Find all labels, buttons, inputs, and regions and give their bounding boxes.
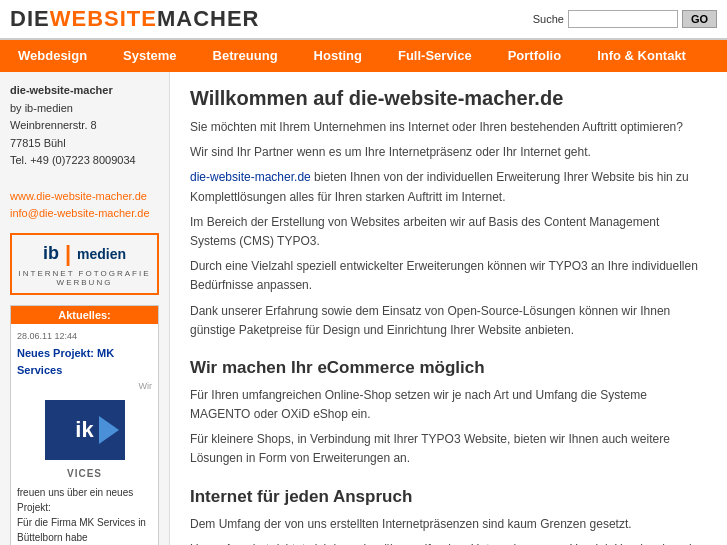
- ecommerce-heading: Wir machen Ihr eCommerce möglich: [190, 358, 707, 378]
- company-website-link[interactable]: www.die-website-macher.de: [10, 190, 147, 202]
- ecommerce-p1: Für Ihren umfangreichen Online-Shop setz…: [190, 386, 707, 424]
- aktuelles-date: 28.06.11 12:44: [17, 330, 152, 344]
- logo-macher: MACHER: [157, 6, 260, 31]
- internet-p2: Unser Angebot richtet sich branchenüberg…: [190, 540, 707, 545]
- logo-die: DIE: [10, 6, 50, 31]
- ik-arrow: [99, 416, 119, 444]
- nav-webdesign[interactable]: Webdesign: [0, 40, 105, 72]
- company-email-link[interactable]: info@die-website-macher.de: [10, 207, 150, 219]
- nav-betreuung[interactable]: Betreuung: [195, 40, 296, 72]
- aktuelles-box: Aktuelles: 28.06.11 12:44 Neues Projekt:…: [10, 305, 159, 545]
- ik-logo: ik: [45, 400, 125, 460]
- company-by: by ib-medien: [10, 102, 73, 114]
- aktuelles-title: Neues Projekt: MK Services: [17, 345, 152, 378]
- nav-hosting[interactable]: Hosting: [296, 40, 380, 72]
- nav-portfolio[interactable]: Portfolio: [490, 40, 579, 72]
- nav-info-kontakt[interactable]: Info & Kontakt: [579, 40, 704, 72]
- main-nav: Webdesign Systeme Betreuung Hosting Full…: [0, 40, 727, 72]
- ib-pipe: |: [65, 241, 71, 267]
- content-wrapper: die-website-macher by ib-medien Weinbren…: [0, 72, 727, 545]
- aktuelles-text2: Für die Firma MK Services in: [17, 517, 146, 528]
- ik-bg: ik: [45, 400, 125, 460]
- intro-p4: Im Bereich der Erstellung von Websites a…: [190, 213, 707, 251]
- ib-text: ib: [43, 243, 59, 264]
- dwm-link[interactable]: die-website-macher.de: [190, 170, 311, 184]
- ib-tagline: INTERNET FOTOGRAFIE WERBUNG: [18, 269, 151, 287]
- sidebar-company-info: die-website-macher by ib-medien Weinbren…: [10, 82, 159, 223]
- nav-fullservice[interactable]: Full-Service: [380, 40, 490, 72]
- ik-vices: VICES: [17, 466, 152, 481]
- search-label: Suche: [533, 13, 564, 25]
- ib-medien-text: medien: [77, 246, 126, 262]
- ik-text: ik: [75, 413, 93, 446]
- logo-website: WEBSITE: [50, 6, 157, 31]
- aktuelles-header: Aktuelles:: [11, 306, 158, 324]
- site-logo: DIEWEBSITEMACHER: [10, 6, 259, 32]
- intro-p5: Durch eine Vielzahl speziell entwickelte…: [190, 257, 707, 295]
- intro-p2: Wir sind Ihr Partner wenn es um Ihre Int…: [190, 143, 707, 162]
- search-area: Suche GO: [533, 10, 717, 28]
- internet-p1: Dem Umfang der von uns erstellten Intern…: [190, 515, 707, 534]
- company-phone: Tel. +49 (0)7223 8009034: [10, 154, 136, 166]
- ib-medien-logo-box: ib | medien INTERNET FOTOGRAFIE WERBUNG: [10, 233, 159, 295]
- intro-p1: Sie möchten mit Ihrem Unternehmen ins In…: [190, 118, 707, 137]
- header: DIEWEBSITEMACHER Suche GO: [0, 0, 727, 40]
- main-content: Willkommen auf die-website-macher.de Sie…: [170, 72, 727, 545]
- intro-p6: Dank unserer Erfahrung sowie dem Einsatz…: [190, 302, 707, 340]
- search-input[interactable]: [568, 10, 678, 28]
- intro-p3: die-website-macher.de bieten Ihnen von d…: [190, 168, 707, 206]
- company-name: die-website-macher: [10, 84, 113, 96]
- main-heading: Willkommen auf die-website-macher.de: [190, 87, 707, 110]
- aktuelles-text3: Büttelborn habe: [17, 532, 88, 543]
- nav-systeme[interactable]: Systeme: [105, 40, 194, 72]
- company-street: Weinbrennerstr. 8: [10, 119, 97, 131]
- internet-heading: Internet für jeden Anspruch: [190, 487, 707, 507]
- company-city: 77815 Bühl: [10, 137, 66, 149]
- aktuelles-wir: Wir: [17, 380, 152, 394]
- aktuelles-content: 28.06.11 12:44 Neues Projekt: MK Service…: [11, 324, 158, 545]
- aktuelles-text1: freuen uns über ein neues Projekt:: [17, 487, 133, 513]
- aktuelles-body-text: freuen uns über ein neues Projekt: Für d…: [17, 485, 152, 545]
- ib-medien-logo: ib | medien: [18, 241, 151, 267]
- search-button[interactable]: GO: [682, 10, 717, 28]
- sidebar: die-website-macher by ib-medien Weinbren…: [0, 72, 170, 545]
- ecommerce-p2: Für kleinere Shops, in Verbindung mit Ih…: [190, 430, 707, 468]
